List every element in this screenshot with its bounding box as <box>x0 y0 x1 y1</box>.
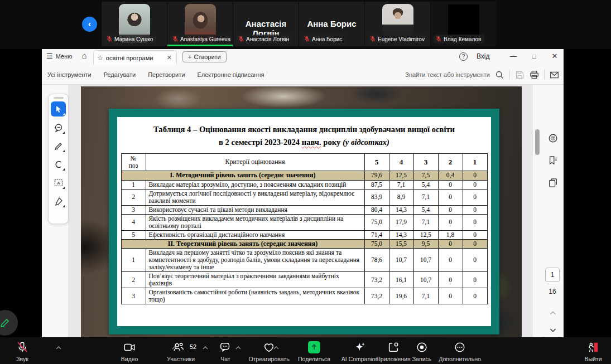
help-button[interactable]: ? <box>459 52 468 61</box>
vertical-scrollbar[interactable] <box>535 129 540 155</box>
select-tool[interactable] <box>51 101 66 117</box>
search-icon[interactable] <box>495 70 504 80</box>
value-cell: 8,9 <box>389 189 413 205</box>
value-cell: 73,2 <box>364 272 389 288</box>
close-button[interactable]: ✕ <box>547 51 562 62</box>
bookmarks-panel-icon[interactable] <box>546 154 560 167</box>
value-cell: 0 <box>438 249 463 272</box>
value-cell: 9,5 <box>413 239 438 249</box>
row-number-cell: 1 <box>121 249 146 272</box>
more-label: Дополнительно <box>434 356 485 362</box>
value-cell: 75,0 <box>364 214 389 230</box>
maximize-button[interactable]: □ <box>527 51 541 62</box>
document-tab[interactable]: ☆ освітні програми ✕ <box>93 50 177 65</box>
slide-frame: Таблиця 4 – Оцінювання якості викладання… <box>109 109 499 334</box>
value-cell: 87,5 <box>364 180 389 189</box>
share-screen-icon <box>308 341 320 353</box>
react-control[interactable]: Отреагировать <box>241 337 297 364</box>
comments-panel-icon[interactable]: @ <box>546 132 560 145</box>
search-label[interactable]: Знайти текст або інструменти <box>405 71 490 78</box>
col-header-score-4: 4 <box>389 154 413 171</box>
divider <box>544 70 545 80</box>
criteria-row: 2Дотримується логічної послідовності у в… <box>121 189 487 205</box>
participant-tile[interactable]: Eugene Vladimirov <box>365 2 430 46</box>
print-icon[interactable] <box>530 70 539 80</box>
participant-name: Анна Борис <box>312 36 342 42</box>
page-thumbnails-icon[interactable] <box>546 176 560 190</box>
tab-close-icon[interactable]: ✕ <box>166 54 173 61</box>
participant-tile[interactable]: Anastasiya Gureeva <box>167 2 233 46</box>
value-cell: 7,1 <box>413 189 438 205</box>
participant-tile[interactable]: Марина Сушко <box>102 2 167 46</box>
participants-control[interactable]: 52 Участники <box>161 337 201 364</box>
value-cell: 15,5 <box>389 239 413 249</box>
page-number-input[interactable]: 1 <box>545 268 560 282</box>
menubar-item-esign[interactable]: Електронне підписання <box>197 71 264 78</box>
submenu-corner <box>62 205 65 207</box>
value-cell: 7,1 <box>389 180 413 189</box>
save-icon[interactable] <box>515 70 525 80</box>
video-control[interactable]: Видео <box>112 337 147 364</box>
audio-options-caret[interactable] <box>56 346 61 350</box>
comment-tool[interactable] <box>51 120 66 135</box>
lasso-tool[interactable] <box>51 157 66 172</box>
participant-filmstrip: ‹ Марина Сушко <box>0 0 611 49</box>
pdf-titlebar: ☰ Меню ⌂ ☆ освітні програми ✕ + Створити… <box>42 49 564 65</box>
value-cell: 7,5 <box>413 171 438 181</box>
submenu-corner <box>62 187 65 189</box>
table-caption: Таблиця 4 – Оцінювання якості викладання… <box>117 117 491 148</box>
collapse-filmstrip-button[interactable]: ‹ <box>82 17 97 32</box>
email-icon[interactable] <box>550 70 559 80</box>
criteria-row: 1Викладає матеріал зрозуміло, доступно, … <box>121 180 487 189</box>
drag-handle[interactable] <box>54 97 64 99</box>
participant-tile[interactable]: Влад Кемалов <box>431 2 496 46</box>
menubar-item-edit[interactable]: Редагувати <box>104 71 136 78</box>
participant-name-badge: Anastasiya Gureeva <box>170 35 232 43</box>
submenu-corner <box>62 150 65 152</box>
menu-button[interactable]: ☰ Меню <box>46 52 72 60</box>
share-screen-control[interactable]: Поделиться <box>296 337 333 364</box>
create-button[interactable]: + Створити <box>182 51 227 62</box>
muted-mic-icon <box>172 36 178 42</box>
muted-mic-icon <box>370 36 376 42</box>
react-options-caret[interactable] <box>273 346 279 350</box>
value-cell: 14,3 <box>389 205 413 214</box>
participant-name: Марина Сушко <box>114 36 153 42</box>
participant-name: Eugene Vladimirov <box>378 36 425 42</box>
plus-icon: + <box>188 54 191 60</box>
leave-meeting-control[interactable]: Выйти <box>578 337 609 364</box>
value-cell: 0 <box>463 205 487 214</box>
value-cell: 0 <box>438 180 463 189</box>
caption-misspelled-word: навч. <box>302 138 321 147</box>
home-button[interactable]: ⌂ <box>78 51 91 63</box>
star-icon[interactable]: ☆ <box>97 54 103 62</box>
participant-tile[interactable]: Анастасія Логвін Анастасія Логвін <box>233 2 299 46</box>
fill-sign-tool[interactable] <box>51 193 66 208</box>
menubar-item-all-tools[interactable]: Усі інструменти <box>47 71 92 78</box>
criteria-row: 4Якість розміщених викладачем методичних… <box>121 214 487 230</box>
previous-page-icon[interactable] <box>546 307 560 320</box>
draw-tool[interactable] <box>51 138 66 153</box>
audio-control[interactable]: Звук <box>4 337 40 364</box>
chat-options-caret[interactable] <box>235 346 241 350</box>
row-number-cell: 2 <box>121 189 146 205</box>
minimize-button[interactable]: — <box>506 51 521 62</box>
participants-options-caret[interactable] <box>203 346 208 350</box>
chat-control[interactable]: Чат <box>213 337 238 364</box>
text-select-tool[interactable]: A <box>51 175 66 190</box>
section-row: І. Методичний рівень занять (середнє зна… <box>121 171 487 181</box>
criteria-cell: Викладає матеріал зрозуміло, доступно, з… <box>146 180 364 189</box>
caption-italic-note: (у відсотках) <box>343 138 389 147</box>
value-cell: 12,5 <box>389 171 413 181</box>
caption-line2-mid: року <box>321 138 343 147</box>
chat-icon <box>219 341 232 353</box>
record-control[interactable]: Запись <box>407 337 436 364</box>
participant-tile[interactable]: Анна Борис Анна Борис <box>299 2 364 46</box>
menubar-item-convert[interactable]: Перетворити <box>148 71 185 78</box>
annotate-button[interactable] <box>0 310 18 336</box>
col-header-criteria: Критерії оцінювання <box>146 154 364 171</box>
criteria-cell: Організованість самостійної роботи (наяв… <box>146 288 364 304</box>
login-button[interactable]: Вхід <box>477 52 490 60</box>
more-control[interactable]: Дополнительно <box>434 337 485 364</box>
next-page-icon[interactable] <box>546 323 560 337</box>
